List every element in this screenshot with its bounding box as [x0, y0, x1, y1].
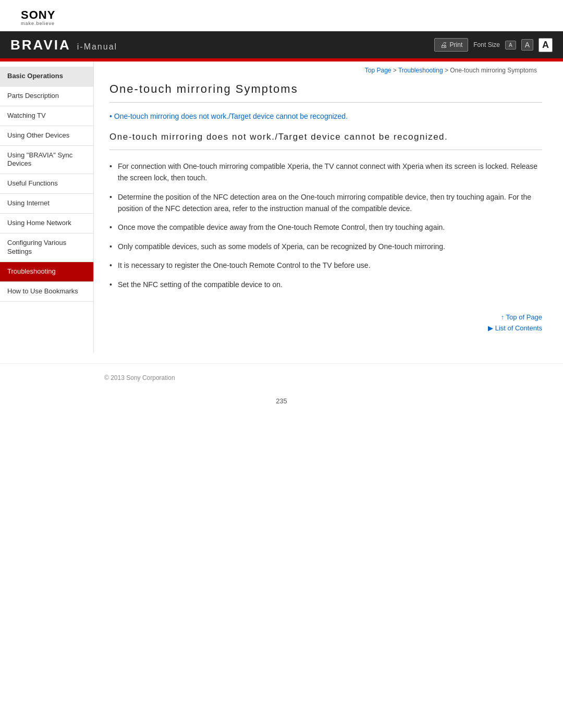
sidebar: Basic Operations Parts Description Watch…: [0, 61, 94, 353]
header-bar: BRAVIA i-Manual 🖨 Print Font Size A A A: [0, 31, 563, 58]
list-item: Set the NFC setting of the compatible de…: [109, 279, 542, 298]
list-item: Once move the compatible device away fro…: [109, 221, 542, 240]
breadcrumb-sep1: >: [391, 67, 398, 74]
list-item: For connection with One-touch mirroring …: [109, 161, 542, 191]
copyright: © 2013 Sony Corporation: [104, 374, 175, 381]
breadcrumb-top-page[interactable]: Top Page: [365, 67, 391, 74]
print-label: Print: [450, 41, 463, 48]
breadcrumb-troubleshooting[interactable]: Troubleshooting: [398, 67, 443, 74]
section-heading: One-touch mirroring does not work./Targe…: [109, 131, 542, 150]
list-item: Only compatible devices, such as some mo…: [109, 241, 542, 260]
content-area: Top Page > Troubleshooting > One-touch m…: [94, 61, 563, 353]
font-medium-button[interactable]: A: [521, 39, 533, 51]
breadcrumb-current: One-touch mirroring Symptoms: [450, 67, 537, 74]
sidebar-item-basic-operations[interactable]: Basic Operations: [0, 67, 93, 87]
print-icon: 🖨: [440, 41, 447, 49]
footer-nav: Top of Page List of Contents: [109, 313, 542, 332]
bullet-list: For connection with One-touch mirroring …: [109, 161, 542, 298]
sidebar-item-useful-functions[interactable]: Useful Functions: [0, 174, 93, 194]
link-list: One-touch mirroring does not work./Targe…: [109, 112, 542, 120]
bottom-bar: © 2013 Sony Corporation: [0, 363, 563, 392]
page-title: One-touch mirroring Symptoms: [109, 82, 542, 103]
sidebar-item-bookmarks[interactable]: How to Use Bookmarks: [0, 282, 93, 302]
list-item: It is necessary to register the One-touc…: [109, 260, 542, 278]
sony-tagline: make.believe: [21, 21, 542, 26]
imanual-label: i-Manual: [77, 42, 117, 52]
page-number: 235: [0, 392, 563, 410]
list-item: Determine the position of the NFC detect…: [109, 191, 542, 222]
bravia-logo: BRAVIA i-Manual: [10, 37, 117, 53]
sidebar-item-troubleshooting[interactable]: Troubleshooting: [0, 262, 93, 282]
header-controls: 🖨 Print Font Size A A A: [434, 38, 553, 52]
sidebar-item-bravia-sync[interactable]: Using "BRAVIA" Sync Devices: [0, 146, 93, 175]
sidebar-item-configuring[interactable]: Configuring Various Settings: [0, 233, 93, 262]
font-small-button[interactable]: A: [505, 41, 516, 50]
font-size-label: Font Size: [473, 41, 500, 48]
sidebar-item-internet[interactable]: Using Internet: [0, 194, 93, 214]
symptom-link[interactable]: One-touch mirroring does not work./Targe…: [109, 112, 348, 120]
sony-logo: SONY: [21, 9, 542, 21]
bravia-brand: BRAVIA: [10, 37, 71, 53]
breadcrumb-sep2: >: [443, 67, 450, 74]
breadcrumb: Top Page > Troubleshooting > One-touch m…: [109, 67, 542, 74]
logo-area: SONY make.believe: [0, 0, 563, 31]
list-of-contents-link[interactable]: List of Contents: [488, 324, 542, 332]
font-large-button[interactable]: A: [538, 38, 553, 52]
sidebar-item-other-devices[interactable]: Using Other Devices: [0, 126, 93, 146]
print-button[interactable]: 🖨 Print: [434, 38, 469, 52]
top-of-page-link[interactable]: Top of Page: [501, 313, 542, 321]
sidebar-item-watching-tv[interactable]: Watching TV: [0, 106, 93, 126]
main-layout: Basic Operations Parts Description Watch…: [0, 61, 563, 353]
sidebar-item-parts-description[interactable]: Parts Description: [0, 87, 93, 106]
sidebar-item-home-network[interactable]: Using Home Network: [0, 214, 93, 233]
